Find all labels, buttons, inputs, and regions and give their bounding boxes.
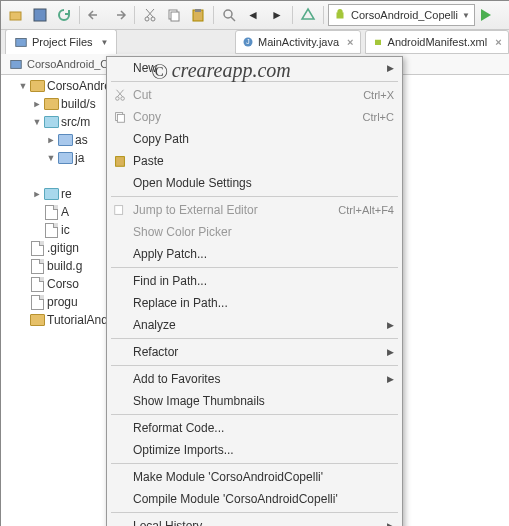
main-toolbar: ◄ ► CorsoAndroid_Copelli ▼	[1, 1, 509, 30]
menu-label: Refactor	[133, 345, 178, 359]
run-config-selector[interactable]: CorsoAndroid_Copelli ▼	[328, 4, 475, 26]
tree-label: build/s	[61, 97, 96, 111]
redo-icon[interactable]	[108, 4, 130, 26]
open-icon[interactable]	[5, 4, 27, 26]
menu-label: Analyze	[133, 318, 176, 332]
menu-local-history[interactable]: Local History▶	[107, 515, 402, 526]
java-icon: J	[242, 36, 254, 48]
svg-rect-11	[16, 39, 27, 47]
menu-refactor[interactable]: Refactor▶	[107, 341, 402, 363]
cut-icon[interactable]	[139, 4, 161, 26]
refresh-icon[interactable]	[53, 4, 75, 26]
menu-analyze[interactable]: Analyze▶	[107, 314, 402, 336]
menu-new[interactable]: New▶	[107, 57, 402, 79]
tree-label: .gitign	[47, 241, 79, 255]
menu-compile-module-corsoandroidcopelli-[interactable]: Compile Module 'CorsoAndroidCopelli'	[107, 488, 402, 510]
menu-label: Copy	[133, 110, 161, 124]
find-icon[interactable]	[218, 4, 240, 26]
menu-find-in-path-[interactable]: Find in Path...	[107, 270, 402, 292]
tree-label: re	[61, 187, 72, 201]
tab-label: AndroidManifest.xml	[388, 36, 488, 48]
menu-open-module-settings[interactable]: Open Module Settings	[107, 172, 402, 194]
tree-label: ic	[61, 223, 70, 237]
menu-add-to-favorites[interactable]: Add to Favorites▶	[107, 368, 402, 390]
svg-point-10	[337, 9, 342, 14]
svg-rect-5	[171, 12, 179, 21]
proj-icon	[29, 78, 45, 94]
submenu-arrow-icon: ▶	[387, 63, 394, 73]
run-button[interactable]	[481, 9, 491, 21]
menu-label: Jump to External Editor	[133, 203, 258, 217]
build-icon[interactable]	[297, 4, 319, 26]
tab-manifest[interactable]: AndroidManifest.xml ×	[365, 30, 509, 54]
svg-point-16	[116, 97, 120, 101]
menu-optimize-imports-[interactable]: Optimize Imports...	[107, 439, 402, 461]
run-config-label: CorsoAndroid_Copelli	[351, 9, 458, 21]
menu-label: Apply Patch...	[133, 247, 207, 261]
project-files-label: Project Files	[32, 36, 93, 48]
svg-rect-21	[115, 206, 123, 215]
img-icon	[43, 222, 59, 238]
menu-label: Paste	[133, 154, 164, 168]
menu-label: Optimize Imports...	[133, 443, 234, 457]
svg-rect-0	[10, 12, 21, 20]
menu-label: Local History	[133, 519, 202, 526]
menu-apply-patch-[interactable]: Apply Patch...	[107, 243, 402, 265]
menu-label: Find in Path...	[133, 274, 207, 288]
tree-label: A	[61, 205, 69, 219]
editor-tabs: J MainActivity.java × AndroidManifest.xm…	[231, 30, 509, 55]
menu-label: Add to Favorites	[133, 372, 220, 386]
copy-icon	[112, 109, 128, 125]
tree-label: build.g	[47, 259, 82, 273]
proj-icon	[29, 312, 45, 328]
svg-rect-7	[195, 9, 201, 12]
menu-label: Show Image Thumbnails	[133, 394, 265, 408]
tab-mainactivity[interactable]: J MainActivity.java ×	[235, 30, 361, 54]
svg-rect-1	[34, 9, 46, 21]
close-icon[interactable]: ×	[495, 36, 501, 48]
file-icon	[29, 276, 45, 292]
project-files-tab[interactable]: Project Files ▼	[5, 29, 117, 54]
menu-label: Make Module 'CorsoAndroidCopelli'	[133, 470, 323, 484]
menu-label: Open Module Settings	[133, 176, 252, 190]
blue-icon	[57, 132, 73, 148]
folder-icon	[43, 96, 59, 112]
copy-icon[interactable]	[163, 4, 185, 26]
android-icon	[333, 8, 347, 22]
menu-reformat-code-[interactable]: Reformat Code...	[107, 417, 402, 439]
tree-label: Corso	[47, 277, 79, 291]
save-icon[interactable]	[29, 4, 51, 26]
svg-point-17	[121, 97, 125, 101]
undo-icon[interactable]	[84, 4, 106, 26]
forward-icon[interactable]: ►	[266, 4, 288, 26]
menu-make-module-corsoandroidcopelli-[interactable]: Make Module 'CorsoAndroidCopelli'	[107, 466, 402, 488]
paste-icon[interactable]	[187, 4, 209, 26]
blue-icon	[57, 150, 73, 166]
module-icon	[9, 57, 23, 71]
shortcut: Ctrl+C	[363, 111, 394, 123]
menu-show-image-thumbnails[interactable]: Show Image Thumbnails	[107, 390, 402, 412]
tree-label: as	[75, 133, 88, 147]
svg-point-3	[151, 17, 155, 21]
svg-point-8	[224, 10, 232, 18]
back-icon[interactable]: ◄	[242, 4, 264, 26]
tree-label: progu	[47, 295, 78, 309]
svg-rect-20	[116, 157, 125, 167]
project-icon	[14, 35, 28, 49]
menu-label: Show Color Picker	[133, 225, 232, 239]
paste-icon	[112, 153, 128, 169]
blank-icon	[71, 168, 87, 184]
close-icon[interactable]: ×	[347, 36, 353, 48]
menu-paste[interactable]: Paste	[107, 150, 402, 172]
file-icon	[29, 240, 45, 256]
tree-label: src/m	[61, 115, 90, 129]
context-menu[interactable]: New▶CutCtrl+XCopyCtrl+CCopy PathPasteOpe…	[106, 56, 403, 526]
gradle-icon	[29, 258, 45, 274]
res-icon	[43, 186, 59, 202]
src-icon	[43, 114, 59, 130]
cut-icon	[112, 87, 128, 103]
menu-copy-path[interactable]: Copy Path	[107, 128, 402, 150]
menu-label: Cut	[133, 88, 152, 102]
menu-label: Replace in Path...	[133, 296, 228, 310]
menu-replace-in-path-[interactable]: Replace in Path...	[107, 292, 402, 314]
